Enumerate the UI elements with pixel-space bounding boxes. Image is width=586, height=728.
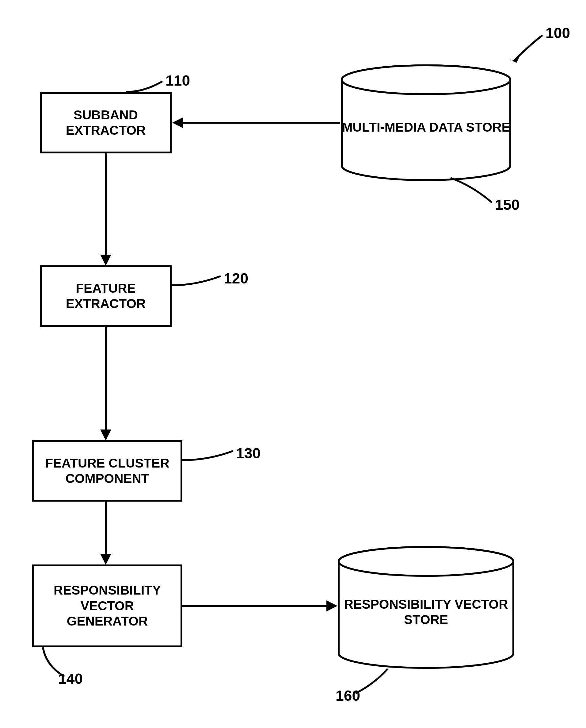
svg-point-4 bbox=[339, 547, 513, 576]
leader-150 bbox=[451, 176, 494, 204]
arrowhead-feature-to-cluster bbox=[100, 429, 111, 441]
label-100: 100 bbox=[545, 25, 570, 42]
box-vector-generator: RESPONSIBILITY VECTOR GENERATOR bbox=[32, 564, 182, 647]
leader-130 bbox=[182, 448, 235, 463]
box-generator-label: RESPONSIBILITY VECTOR GENERATOR bbox=[40, 583, 175, 629]
svg-point-2 bbox=[342, 65, 510, 94]
box-feature-cluster: FEATURE CLUSTER COMPONENT bbox=[32, 440, 182, 502]
arrow-cluster-to-generator bbox=[105, 502, 107, 555]
box-cluster-label: FEATURE CLUSTER COMPONENT bbox=[40, 456, 175, 486]
leader-140 bbox=[40, 647, 68, 678]
arrowhead-subband-to-feature bbox=[100, 255, 111, 266]
arrow-100 bbox=[503, 32, 545, 69]
label-120: 120 bbox=[224, 270, 248, 287]
arrow-feature-to-cluster bbox=[105, 327, 107, 431]
box-subband-extractor: SUBBAND EXTRACTOR bbox=[40, 92, 171, 153]
leader-120 bbox=[171, 273, 222, 288]
arrow-subband-to-feature bbox=[105, 153, 107, 256]
arrowhead-cluster-to-generator bbox=[100, 554, 111, 565]
label-110: 110 bbox=[165, 72, 190, 89]
leader-110 bbox=[126, 80, 165, 95]
arrow-datastore-to-subband bbox=[182, 122, 340, 124]
box-feature-extractor: FEATURE EXTRACTOR bbox=[40, 266, 171, 327]
cylinder-datastore-label: MULTI-MEDIA DATA STORE bbox=[342, 110, 510, 135]
cylinder-datastore: MULTI-MEDIA DATA STORE bbox=[340, 65, 512, 181]
arrowhead-generator-to-vectorstore bbox=[326, 600, 338, 611]
box-feature-label: FEATURE EXTRACTOR bbox=[48, 281, 164, 312]
cylinder-vectorstore-label: RESPONSIBILITY VECTOR STORE bbox=[337, 587, 515, 628]
box-subband-label: SUBBAND EXTRACTOR bbox=[48, 107, 164, 139]
arrow-generator-to-vectorstore bbox=[182, 605, 328, 607]
label-150: 150 bbox=[495, 196, 520, 213]
leader-160 bbox=[355, 669, 389, 696]
cylinder-vectorstore: RESPONSIBILITY VECTOR STORE bbox=[337, 546, 515, 669]
arrowhead-datastore-to-subband bbox=[172, 117, 183, 128]
label-130: 130 bbox=[236, 445, 261, 462]
